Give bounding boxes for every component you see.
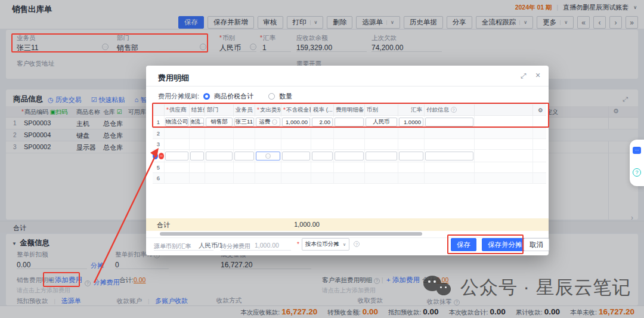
row-number: 1 — [153, 116, 165, 128]
allocation-rule-row: 费用分摊规则: 商品价税合计 数量 — [158, 92, 292, 101]
department-input[interactable] — [206, 152, 233, 160]
expense-row-2[interactable]: 2 — [153, 128, 546, 139]
salesman-input[interactable] — [234, 152, 254, 160]
row-number: 5 — [153, 162, 165, 172]
row-number: 2 — [153, 128, 165, 138]
col-rate: 汇率 — [398, 104, 425, 115]
lookup-icon[interactable]: ⋯ — [272, 119, 277, 125]
remark-cell[interactable] — [335, 118, 364, 126]
modal-close-icon[interactable]: × — [535, 70, 540, 80]
modal-total-label: 合计 — [157, 221, 170, 230]
row-number: 6 — [153, 173, 165, 183]
col-amount-excl-tax: *不含税金额 — [281, 104, 311, 115]
col-settle-supplier: 结算供... — [190, 104, 205, 115]
info-icon[interactable]: ? — [354, 241, 360, 247]
col-tax-rate: 税率 (... — [311, 104, 334, 115]
col-supplier: *供应商 — [165, 104, 190, 115]
tax-rate-cell[interactable]: 2.00 — [312, 118, 333, 126]
rate-input[interactable] — [399, 152, 423, 160]
expense-row-5[interactable]: 5 — [153, 162, 546, 173]
currency-cell[interactable]: 人民币 — [366, 118, 397, 126]
allocate-mode-select[interactable]: 按本位币分摊 ∨ — [302, 238, 349, 251]
amount-input[interactable] — [282, 152, 310, 160]
modal-header-divider — [146, 86, 549, 87]
row-number: 3 — [153, 139, 165, 149]
pending-allocate-value: 1,000.00 — [255, 242, 279, 249]
pending-allocate-label: 待分摊费用 — [221, 242, 250, 251]
modal-save-button[interactable]: 保存 — [451, 238, 476, 251]
expense-row-1[interactable]: 1 物流公司 物流... 销售部 张三11 运费 ⋯ 1,000.00 2.00… — [153, 116, 546, 128]
source-currency-value: 人民币/1 — [199, 242, 222, 250]
info-icon[interactable]: ? — [451, 107, 457, 113]
amount-cell[interactable]: 1,000.00 — [282, 118, 310, 126]
expense-table-header: *供应商 结算供... 部门 业务员 *支出类别 *不含税金额 税率 (... … — [153, 104, 546, 116]
col-remark: 费用明细备注 — [334, 104, 365, 115]
salesman-cell[interactable]: 张三11 — [234, 118, 254, 126]
supplier-input[interactable] — [165, 152, 188, 160]
add-row-icon[interactable]: + — [153, 153, 158, 159]
modal-total-value: 1,000.00 — [263, 221, 320, 228]
col-filler — [475, 104, 533, 115]
col-salesman: 业务员 — [234, 104, 255, 115]
col-payment-info: 付款信息 ? — [425, 104, 475, 115]
col-expense-type: *支出类别 — [255, 104, 281, 115]
remove-row-icon[interactable]: − — [159, 153, 164, 159]
modal-save-allocate-button[interactable]: 保存并分摊 — [482, 238, 528, 251]
radio-quantity[interactable] — [268, 93, 275, 100]
floating-helper-panel: ⋯ ? — [630, 140, 644, 186]
table-gear-icon[interactable]: ⚙ — [533, 104, 546, 115]
required-star: * — [297, 241, 299, 248]
expense-row-6[interactable]: 6 — [153, 173, 546, 184]
col-currency: 币别 — [365, 104, 398, 115]
modal-cancel-button[interactable]: 取消 — [524, 238, 549, 251]
lookup-icon[interactable]: ⋯ — [265, 153, 271, 159]
modal-expand-icon[interactable]: ⤢ — [521, 72, 527, 80]
radio-quantity-label[interactable]: 数量 — [279, 92, 292, 101]
expense-row-3[interactable]: 3 — [153, 139, 546, 150]
radio-price-tax-total[interactable] — [203, 93, 210, 100]
expense-row-4-active[interactable]: + − ⋯ — [153, 150, 546, 162]
col-row-number — [153, 104, 165, 115]
help-float-icon[interactable]: ? — [633, 168, 641, 177]
expense-type-cell[interactable]: 运费 ⋯ — [256, 118, 280, 126]
horizontal-scrollbar[interactable] — [160, 232, 422, 236]
col-department: 部门 — [205, 104, 234, 115]
allocation-rule-label: 费用分摊规则: — [158, 92, 199, 101]
rate-cell[interactable]: 1.0000 — [399, 118, 423, 126]
department-cell[interactable]: 销售部 — [206, 118, 233, 126]
supplier-cell[interactable]: 物流公司 — [165, 118, 188, 126]
radio-price-tax-total-label[interactable]: 商品价税合计 — [214, 92, 253, 101]
payment-info-cell[interactable] — [425, 118, 473, 126]
tax-rate-input[interactable] — [312, 152, 333, 160]
payment-info-input[interactable] — [425, 152, 473, 160]
pending-underline — [221, 250, 291, 251]
source-currency-label: 源单币别/汇率 — [154, 242, 191, 251]
wechat-icon — [423, 274, 454, 301]
expense-type-input-focused[interactable]: ⋯ — [256, 152, 280, 160]
settle-supplier-cell[interactable]: 物流... — [190, 118, 204, 126]
chevron-down-icon: ∨ — [343, 242, 346, 247]
watermark: 公众号 · 星辰云笔记 — [423, 274, 631, 301]
collapse-panel-arrow-icon[interactable]: › — [631, 214, 633, 222]
expense-detail-modal: 费用明细 ⤢ × 费用分摊规则: 商品价税合计 数量 *供应商 结算供... 部… — [146, 66, 549, 255]
source-currency-underline — [154, 250, 213, 251]
currency-input[interactable] — [366, 152, 397, 160]
app-window: 销售出库单 2024年 01 期 | 直播勿删星辰测试账套 ∨ 保存 保存并新增… — [0, 0, 644, 318]
watermark-text: 公众号 · 星辰云笔记 — [460, 275, 631, 300]
modal-total-row: 合计 1,000.00 — [146, 218, 549, 231]
settle-supplier-input[interactable] — [190, 152, 204, 160]
modal-title: 费用明细 — [158, 73, 189, 84]
chat-icon[interactable]: ⋯ — [633, 147, 641, 154]
remark-input[interactable] — [335, 152, 364, 160]
